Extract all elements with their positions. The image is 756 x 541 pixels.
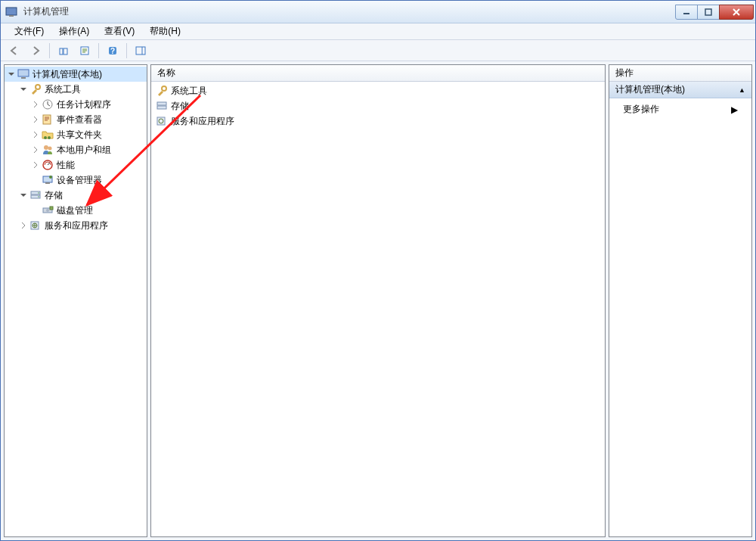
svg-point-29 (46, 209, 49, 212)
svg-point-23 (49, 176, 52, 179)
users-icon (42, 144, 54, 156)
list-column-header-name[interactable]: 名称 (151, 65, 605, 82)
window-title: 计算机管理 (23, 5, 69, 18)
menubar: 文件(F) 操作(A) 查看(V) 帮助(H) (1, 23, 755, 40)
minimize-button[interactable] (675, 5, 698, 20)
expander-expand-icon[interactable] (30, 99, 41, 110)
tree-label: 系统工具 (45, 83, 81, 96)
svg-point-26 (38, 192, 39, 194)
svg-rect-3 (705, 9, 711, 15)
actions-section-title: 计算机管理(本地) (615, 83, 685, 96)
svg-text:?: ? (110, 47, 115, 55)
expander-expand-icon[interactable] (18, 220, 29, 231)
up-level-button[interactable] (54, 42, 73, 59)
list-item-label: 系统工具 (171, 85, 207, 98)
svg-rect-1 (9, 15, 14, 17)
svg-rect-22 (45, 182, 50, 184)
tree-event-viewer[interactable]: 事件查看器 (5, 112, 147, 127)
tree-label: 事件查看器 (57, 113, 102, 126)
tools-icon (156, 85, 168, 97)
svg-point-13 (36, 85, 40, 89)
svg-rect-15 (43, 115, 51, 124)
svg-rect-4 (60, 48, 63, 54)
list-item-services-apps[interactable]: 服务和应用程序 (151, 113, 605, 129)
menu-help[interactable]: 帮助(H) (142, 23, 188, 39)
tree-pane: 计算机管理(本地) 系统工具 (4, 64, 147, 537)
svg-rect-0 (6, 8, 17, 15)
tree-shared-folders[interactable]: 共享文件夹 (5, 127, 147, 142)
tree-system-tools[interactable]: 系统工具 (5, 82, 147, 97)
close-button[interactable] (719, 5, 754, 20)
tools-icon (29, 83, 42, 95)
tree-label: 本地用户和组 (57, 144, 111, 157)
actions-section-header[interactable]: 计算机管理(本地) ▲ (609, 82, 751, 98)
list-pane: 名称 系统工具 存储 (150, 64, 606, 537)
expander-collapse-icon[interactable] (18, 190, 29, 201)
svg-point-18 (44, 145, 48, 150)
chevron-up-icon: ▲ (739, 86, 745, 94)
tree-performance[interactable]: 性能 (5, 157, 147, 173)
menu-file[interactable]: 文件(F) (7, 23, 51, 39)
svg-point-16 (44, 136, 47, 139)
tree-root-computer-management[interactable]: 计算机管理(本地) (5, 67, 147, 82)
nav-back-button[interactable] (5, 42, 23, 59)
storage-icon (29, 189, 42, 201)
device-manager-icon (42, 174, 54, 186)
action-more-ops[interactable]: 更多操作 ▶ (609, 98, 751, 120)
tree-disk-management[interactable]: 磁盘管理 (5, 203, 147, 218)
shared-folder-icon (42, 129, 54, 141)
expander-expand-icon[interactable] (30, 145, 41, 155)
svg-point-27 (38, 196, 39, 197)
expander-expand-icon[interactable] (30, 114, 41, 125)
tree-storage[interactable]: 存储 (5, 188, 147, 203)
tree-device-manager[interactable]: 设备管理器 (5, 173, 147, 188)
list-item-system-tools[interactable]: 系统工具 (151, 83, 605, 98)
computer-icon (17, 68, 29, 80)
svg-point-17 (48, 136, 51, 139)
list-body[interactable]: 系统工具 存储 服务和应用程序 (151, 82, 605, 536)
tree-label: 性能 (57, 159, 75, 172)
svg-rect-11 (18, 70, 29, 76)
expander-expand-icon[interactable] (30, 160, 41, 170)
actions-pane-title: 操作 (615, 67, 634, 79)
toolbar: ? (1, 40, 755, 61)
list-item-storage[interactable]: 存储 (151, 98, 605, 113)
disk-icon (42, 204, 54, 216)
tree-task-scheduler[interactable]: 任务计划程序 (5, 97, 147, 112)
navigation-tree[interactable]: 计算机管理(本地) 系统工具 (5, 65, 147, 536)
svg-rect-12 (21, 77, 26, 79)
clock-icon (42, 98, 54, 110)
svg-rect-34 (157, 102, 166, 105)
list-item-label: 服务和应用程序 (171, 115, 234, 128)
chevron-right-icon: ▶ (731, 104, 738, 115)
list-item-label: 存储 (171, 100, 189, 113)
menu-action[interactable]: 操作(A) (51, 23, 97, 39)
svg-rect-9 (136, 47, 145, 54)
titlebar[interactable]: 计算机管理 (1, 1, 755, 23)
app-icon (5, 6, 17, 18)
tree-label: 任务计划程序 (57, 98, 111, 111)
tree-label: 磁盘管理 (57, 204, 93, 217)
expander-collapse-icon[interactable] (6, 69, 17, 79)
tree-local-users-groups[interactable]: 本地用户和组 (5, 142, 147, 157)
menu-view[interactable]: 查看(V) (97, 23, 142, 39)
nav-forward-button[interactable] (26, 42, 45, 59)
content-area: 计算机管理(本地) 系统工具 (1, 61, 755, 540)
help-button[interactable]: ? (104, 42, 122, 59)
services-icon (29, 219, 42, 232)
expander-collapse-icon[interactable] (18, 84, 29, 95)
svg-rect-2 (683, 13, 689, 14)
event-log-icon (42, 113, 54, 126)
actions-pane: 操作 计算机管理(本地) ▲ 更多操作 ▶ (609, 64, 752, 537)
tree-services-apps[interactable]: 服务和应用程序 (5, 218, 147, 233)
action-item-label: 更多操作 (623, 103, 659, 116)
maximize-button[interactable] (697, 5, 720, 20)
tree-label: 服务和应用程序 (45, 219, 108, 232)
expander-expand-icon[interactable] (30, 129, 41, 140)
window-frame: 计算机管理 文件(F) 操作(A) 查看(V) 帮助(H) (0, 0, 756, 541)
properties-button[interactable] (76, 42, 94, 59)
show-hide-pane-button[interactable] (132, 42, 150, 59)
svg-point-33 (162, 86, 166, 91)
storage-icon (156, 100, 168, 112)
svg-rect-35 (157, 106, 166, 109)
